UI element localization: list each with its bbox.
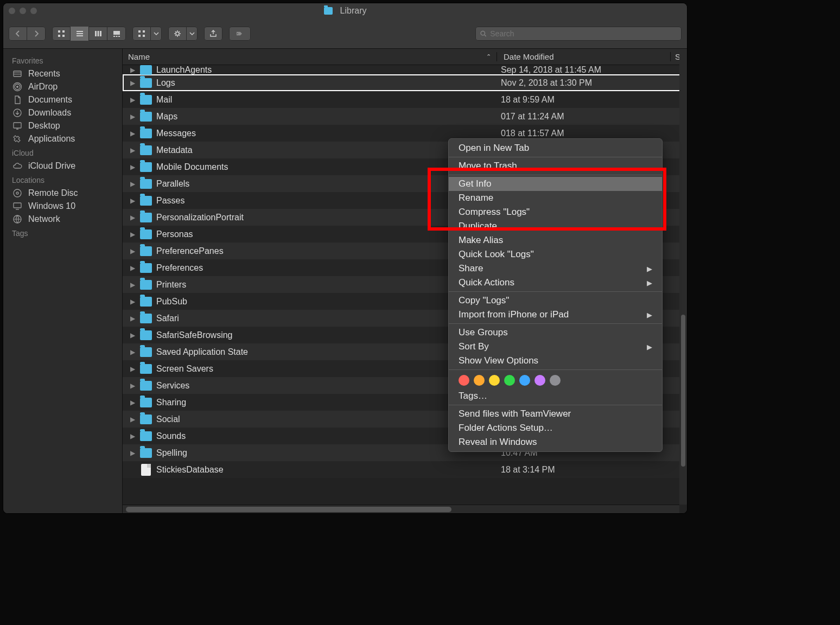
disclosure-triangle-icon[interactable]: ▶ (130, 298, 136, 305)
group-by-button[interactable] (132, 27, 162, 41)
menu-item-open-in-new-tab[interactable]: Open in New Tab (449, 141, 662, 155)
menu-item-quick-actions[interactable]: Quick Actions▶ (449, 276, 662, 290)
sidebar-item-icloud-drive[interactable]: iCloud Drive (3, 160, 122, 173)
column-view-button[interactable] (89, 27, 107, 41)
folder-icon (140, 246, 152, 256)
menu-item-get-info[interactable]: Get Info (449, 177, 662, 191)
disclosure-triangle-icon[interactable]: ▶ (130, 281, 136, 289)
folder-icon (140, 280, 152, 290)
share-button[interactable] (204, 27, 222, 41)
list-view-button[interactable] (71, 27, 89, 41)
disclosure-triangle-icon[interactable]: ▶ (130, 432, 136, 440)
menu-item-tags[interactable]: Tags… (449, 389, 662, 403)
menu-item-duplicate[interactable]: Duplicate (449, 219, 662, 233)
svg-rect-13 (118, 36, 120, 37)
vertical-scrollbar[interactable] (679, 49, 687, 505)
sidebar-item-label: AirDrop (28, 82, 58, 92)
sidebar-item-desktop[interactable]: Desktop (3, 119, 122, 132)
action-button[interactable] (168, 27, 198, 41)
sidebar-item-windows-10[interactable]: Windows 10 (3, 200, 122, 213)
sidebar-item-airdrop[interactable]: AirDrop (3, 80, 122, 93)
menu-item-move-to-trash[interactable]: Move to Trash (449, 159, 662, 173)
sidebar-item-documents[interactable]: Documents (3, 93, 122, 106)
context-menu: Open in New TabMove to TrashGet InfoRena… (448, 138, 663, 452)
column-name[interactable]: Name ⌃ (123, 52, 497, 61)
disclosure-triangle-icon[interactable]: ▶ (130, 146, 136, 154)
disclosure-triangle-icon[interactable]: ▶ (130, 416, 136, 423)
menu-item-folder-actions-setup[interactable]: Folder Actions Setup… (449, 421, 662, 435)
disclosure-triangle-icon[interactable]: ▶ (130, 96, 136, 104)
file-date: Sep 14, 2018 at 11:45 AM (501, 65, 601, 75)
tag-color-dot[interactable] (519, 375, 530, 386)
sidebar-item-applications[interactable]: Applications (3, 132, 122, 145)
gallery-view-button[interactable] (107, 27, 126, 41)
folder-icon (140, 65, 152, 75)
icon-view-button[interactable] (52, 27, 71, 41)
menu-item-copy-logs[interactable]: Copy "Logs" (449, 294, 662, 308)
display-icon (12, 201, 23, 211)
sidebar-item-recents[interactable]: Recents (3, 67, 122, 80)
menu-item-share[interactable]: Share▶ (449, 262, 662, 276)
menu-item-compress-logs[interactable]: Compress "Logs" (449, 205, 662, 219)
sidebar-item-network[interactable]: Network (3, 213, 122, 226)
sidebar-item-remote-disc[interactable]: Remote Disc (3, 187, 122, 200)
menu-item-rename[interactable]: Rename (449, 191, 662, 205)
disclosure-triangle-icon[interactable]: ▶ (130, 247, 136, 255)
menu-item-make-alias[interactable]: Make Alias (449, 233, 662, 247)
disclosure-triangle-icon[interactable]: ▶ (130, 449, 136, 457)
tag-color-dot[interactable] (550, 375, 561, 386)
disclosure-triangle-icon[interactable]: ▶ (130, 79, 136, 87)
table-row[interactable]: ▶LaunchAgentsSep 14, 2018 at 11:45 AM (123, 65, 687, 74)
disclosure-triangle-icon[interactable]: ▶ (130, 348, 136, 356)
sidebar-item-label: Desktop (28, 121, 60, 131)
menu-item-reveal-in-windows[interactable]: Reveal in Windows (449, 435, 662, 449)
scrollbar-thumb[interactable] (681, 315, 685, 467)
sidebar-item-downloads[interactable]: Downloads (3, 106, 122, 119)
disclosure-triangle-icon[interactable]: ▶ (130, 365, 136, 373)
tag-color-dot[interactable] (489, 375, 500, 386)
disclosure-triangle-icon[interactable]: ▶ (130, 180, 136, 188)
disclosure-triangle-icon[interactable]: ▶ (130, 382, 136, 390)
svg-rect-8 (97, 31, 99, 36)
menu-item-use-groups[interactable]: Use Groups (449, 326, 662, 340)
forward-button[interactable] (27, 27, 46, 41)
table-row[interactable]: ▶Maps017 at 11:24 AM (123, 108, 687, 125)
sidebar-item-label: Downloads (28, 108, 71, 118)
menu-item-send-files-with-teamviewer[interactable]: Send files with TeamViewer (449, 407, 662, 421)
table-row[interactable]: ▶LogsNov 2, 2018 at 1:30 PM (123, 74, 687, 91)
disclosure-triangle-icon[interactable]: ▶ (130, 264, 136, 272)
menu-item-show-view-options[interactable]: Show View Options (449, 354, 662, 368)
tag-color-dot[interactable] (504, 375, 515, 386)
back-button[interactable] (9, 27, 27, 41)
disclosure-triangle-icon[interactable]: ▶ (130, 66, 136, 74)
menu-item-quick-look-logs[interactable]: Quick Look "Logs" (449, 247, 662, 262)
tag-color-dot[interactable] (534, 375, 545, 386)
disclosure-triangle-icon[interactable]: ▶ (130, 315, 136, 322)
tag-color-dot[interactable] (459, 375, 469, 386)
scrollbar-thumb[interactable] (126, 507, 451, 512)
disclosure-triangle-icon[interactable]: ▶ (130, 399, 136, 406)
search-field[interactable] (475, 27, 682, 41)
table-row[interactable]: ▶Mail18 at 9:59 AM (123, 91, 687, 108)
file-icon (141, 464, 151, 476)
search-input[interactable] (490, 29, 677, 38)
gear-icon (168, 27, 187, 41)
file-date: 017 at 11:24 AM (501, 112, 564, 122)
svg-rect-5 (77, 33, 83, 34)
menu-item-import-from-iphone-or-ipad[interactable]: Import from iPhone or iPad▶ (449, 308, 662, 322)
column-date[interactable]: Date Modified (497, 52, 671, 61)
disclosure-triangle-icon[interactable]: ▶ (130, 214, 136, 221)
disclosure-triangle-icon[interactable]: ▶ (130, 331, 136, 339)
horizontal-scrollbar[interactable] (123, 505, 679, 513)
disclosure-triangle-icon[interactable]: ▶ (130, 197, 136, 205)
table-row[interactable]: StickiesDatabase18 at 3:14 PM (123, 461, 687, 478)
disclosure-triangle-icon[interactable]: ▶ (130, 231, 136, 238)
disclosure-triangle-icon[interactable]: ▶ (130, 163, 136, 171)
folder-icon (140, 381, 152, 391)
tag-color-dot[interactable] (474, 375, 485, 386)
grid-icon (132, 27, 151, 41)
tags-button[interactable] (229, 27, 251, 41)
menu-item-sort-by[interactable]: Sort By▶ (449, 340, 662, 354)
disclosure-triangle-icon[interactable]: ▶ (130, 113, 136, 120)
disclosure-triangle-icon[interactable]: ▶ (130, 130, 136, 137)
